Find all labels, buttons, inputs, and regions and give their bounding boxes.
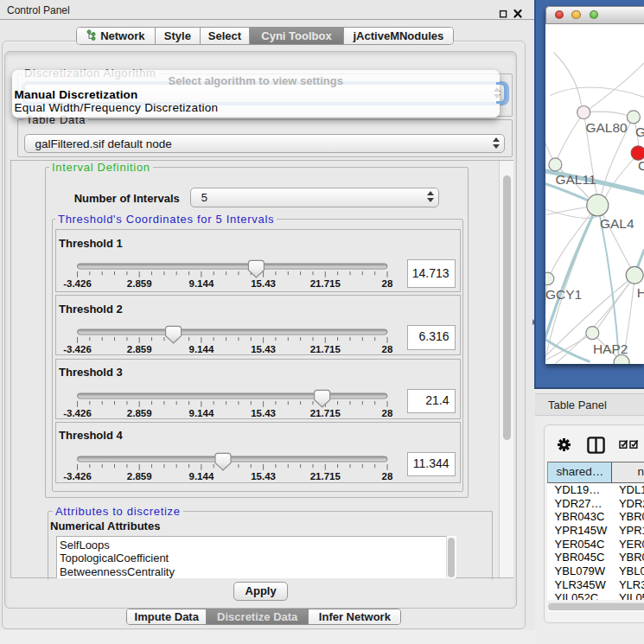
- svg-text:28: 28: [382, 471, 393, 481]
- svg-text:28: 28: [382, 344, 393, 354]
- svg-text:-3.426: -3.426: [63, 278, 92, 289]
- svg-text:GA: GA: [634, 124, 644, 139]
- svg-text:2.859: 2.859: [127, 471, 152, 481]
- svg-text:15.43: 15.43: [251, 278, 276, 289]
- svg-text:15.43: 15.43: [251, 408, 276, 418]
- svg-text:21.715: 21.715: [310, 344, 341, 354]
- svg-text:HAP2: HAP2: [592, 341, 627, 355]
- svg-text:2.859: 2.859: [127, 278, 152, 289]
- svg-text:9.144: 9.144: [189, 408, 214, 418]
- svg-text:9.144: 9.144: [189, 278, 214, 289]
- svg-text:2.859: 2.859: [127, 344, 152, 354]
- svg-text:21.715: 21.715: [310, 408, 341, 418]
- svg-text:GCY1: GCY1: [545, 287, 582, 302]
- svg-text:H: H: [636, 285, 644, 300]
- svg-text:21.715: 21.715: [310, 471, 341, 481]
- svg-text:-3.426: -3.426: [63, 471, 92, 481]
- svg-text:15.43: 15.43: [251, 344, 276, 354]
- svg-text:-3.426: -3.426: [63, 408, 92, 418]
- svg-text:28: 28: [382, 278, 393, 289]
- svg-text:21.715: 21.715: [310, 278, 341, 289]
- svg-text:GAL11: GAL11: [555, 171, 596, 186]
- svg-text:GAL80: GAL80: [585, 119, 627, 134]
- svg-text:2.859: 2.859: [127, 408, 152, 418]
- svg-text:9.144: 9.144: [189, 344, 214, 354]
- svg-text:-3.426: -3.426: [63, 344, 92, 354]
- svg-text:15.43: 15.43: [251, 471, 276, 481]
- svg-text:28: 28: [382, 408, 393, 418]
- svg-text:C: C: [637, 157, 644, 172]
- svg-text:GAL4: GAL4: [599, 215, 634, 230]
- svg-text:9.144: 9.144: [189, 471, 214, 481]
